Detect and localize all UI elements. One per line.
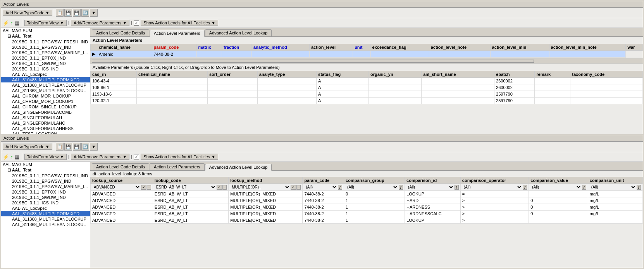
tree-child-3-top[interactable]: 2019BC_3.1.1_EPTOX_IND: [1, 55, 90, 61]
scrollbar-top[interactable]: [90, 58, 643, 63]
filter-select-param[interactable]: (All): [304, 185, 337, 190]
params-row-0-top[interactable]: ▶ Arsenic 7440-38-2: [91, 51, 643, 58]
tree-child-12-top[interactable]: AAL_CHROM_SINGLE_LOOKUP: [1, 104, 90, 110]
avail-row-1[interactable]: 108-86-1 A 2600002: [91, 84, 643, 91]
tree-child-0-top[interactable]: 2019BC_3.1.1_EPGWSW_FRESH_IND: [1, 39, 90, 45]
tree-child-1-bottom[interactable]: 2019BC_3.1.1_EPGWSW_IND: [1, 178, 90, 184]
toolbar-icon-4[interactable]: 🔄: [81, 9, 89, 17]
filter-btn-code-eq2[interactable]: =: [222, 185, 227, 190]
filter-comparison-id[interactable]: (All) ƒ: [405, 184, 461, 191]
arrow-icon-top[interactable]: ↑: [10, 20, 13, 26]
tree-child-0-bottom[interactable]: 2019BC_3.1.1_EPGWSW_FRESH_IND: [1, 173, 90, 178]
tree-child-14-top[interactable]: AAL_SINGLEFORMULAH: [1, 115, 90, 120]
add-remove-params-btn-bottom[interactable]: Add/Remove Parameters ▼: [71, 154, 129, 160]
arrow-icon-bottom[interactable]: ↑: [10, 154, 13, 160]
lookup-data-row-3[interactable]: ADVANCED ESRD_AB_W_LT MULTIPLE(OR)_MIXED…: [91, 211, 643, 217]
filter-param-code[interactable]: (All) ƒ: [303, 184, 344, 191]
tree-child-6-bottom[interactable]: AAL-WL_LocSpec: [1, 206, 90, 211]
filter-comparison-group[interactable]: (All) ƒ: [344, 184, 405, 191]
tree-child-4-bottom[interactable]: 2019BC_3.1.1_GWDW_IND: [1, 195, 90, 200]
filter-comparison-val[interactable]: (All) ƒ: [529, 184, 588, 191]
tree-child-15-top[interactable]: AAL_SINGLEFORMULAHC: [1, 120, 90, 126]
toolbar-icon-3[interactable]: 💾: [73, 9, 81, 17]
filter-lookup-source[interactable]: ADVANCED ✓ =: [91, 184, 153, 191]
tab-advanced-bottom[interactable]: Advanced Action Level Lookup: [205, 164, 272, 171]
toolbar-icon-2[interactable]: 💾: [64, 9, 72, 17]
lookup-data-row-1[interactable]: ADVANCED ESRD_AB_W_LT MULTIPLE(OR)_MIXED…: [91, 197, 643, 204]
checkbox-top[interactable]: ✓: [134, 20, 139, 26]
filter-select-code[interactable]: ESRD_AB_W_LT: [155, 185, 216, 190]
tree-child-9-bottom[interactable]: AAL_311368_MULTIPLEANDLOOKUP_1WAY: [1, 222, 90, 227]
show-action-levels-btn-top[interactable]: Show Action Levels for All Facilities ▼: [141, 20, 218, 26]
filter-btn-code-eq1[interactable]: ✓: [217, 185, 222, 190]
filter-btn-method-eq1[interactable]: ✓: [291, 185, 296, 190]
filter-btn-unit-fn[interactable]: ƒ: [637, 185, 641, 190]
lookup-data-row-2[interactable]: ADVANCED ESRD_AB_W_LT MULTIPLE(OR)_MIXED…: [91, 204, 643, 211]
tree-child-2-top[interactable]: 2019BC_3.1.1_EPGWSW_MARINE_IND: [1, 50, 90, 55]
filter-btn-ci-fn[interactable]: ƒ: [455, 185, 459, 190]
tree-child-3-bottom[interactable]: 2019BC_3.1.1_EPTOX_IND: [1, 189, 90, 195]
filter-comparison-op[interactable]: (All) ƒ: [460, 184, 529, 191]
tree-child-10-top[interactable]: AAL_CHROM_MOR_LOOKUP: [1, 93, 90, 99]
bottom-toolbar-icon-5[interactable]: ▼: [90, 143, 98, 151]
filter-btn-eq1[interactable]: ✓: [141, 185, 146, 190]
tree-child-5-top[interactable]: 2019BC_3.1.1_ICS_IND: [1, 66, 90, 72]
tree-item-aal-test-bottom[interactable]: ⊟ AAL_Test: [1, 167, 90, 173]
filter-select-cg[interactable]: (All): [346, 185, 398, 190]
bottom-toolbar-icon-2[interactable]: 💾: [64, 143, 72, 151]
bottom-toolbar-icon-3[interactable]: 💾: [73, 143, 81, 151]
add-remove-params-btn-top[interactable]: Add/Remove Parameters ▼: [71, 20, 129, 26]
filter-lookup-code[interactable]: ESRD_AB_W_LT ✓ =: [153, 184, 228, 191]
filter-btn-cg-fn[interactable]: ƒ: [399, 185, 403, 190]
filter-icon-bottom[interactable]: ⚡: [3, 154, 9, 160]
filter-lookup-method[interactable]: MULTIPLE(OR)_ ✓ =: [229, 184, 303, 191]
filter-btn-op-fn[interactable]: ƒ: [523, 185, 527, 190]
tree-item-mag-sum-bottom[interactable]: AAL MAG SUM: [1, 162, 90, 167]
tree-child-6-top[interactable]: AAL-WL_LocSpec: [1, 72, 90, 77]
filter-btn-val-fn[interactable]: ƒ: [582, 185, 586, 190]
grid-icon-bottom[interactable]: ▦: [15, 154, 19, 160]
avail-row-2[interactable]: 1193-18-6 A 2597790: [91, 91, 643, 98]
filter-select-val[interactable]: (All): [530, 185, 582, 190]
tree-child-4-top[interactable]: 2019BC_3.1.1_GWDW_IND: [1, 61, 90, 66]
tree-child-9-top[interactable]: AAL_311368_MULTIPLEANDLOOKUP_1WAY: [1, 88, 90, 93]
tree-child-7-bottom[interactable]: AAL_310483_MULTIPLEORMIXED: [1, 211, 90, 216]
tree-child-5-bottom[interactable]: 2019BC_3.1.1_ICS_IND: [1, 200, 90, 206]
tab-code-details-bottom[interactable]: Action Level Code Details: [92, 163, 149, 170]
tab-advanced-top[interactable]: Advanced Action Level Lookup: [205, 29, 272, 36]
filter-btn-method-eq2[interactable]: =: [296, 185, 301, 190]
show-action-levels-btn-bottom[interactable]: Show Action Levels for All Facilities ▼: [141, 154, 218, 160]
filter-select-unit[interactable]: (All): [590, 185, 636, 190]
tree-child-11-top[interactable]: AAL_CHROM_MOR_LOOKUP1: [1, 99, 90, 104]
bottom-toolbar-icon-1[interactable]: 📋: [56, 143, 64, 151]
tree-item-aal-test-top[interactable]: ⊟ AAL_Test: [1, 33, 90, 39]
toolbar-icon-5[interactable]: ▼: [90, 9, 98, 17]
tree-child-2-bottom[interactable]: 2019BC_3.1.1_EPGWSW_MARINE_IND: [1, 184, 90, 189]
tree-child-8-top[interactable]: AAL_311368_MULTIPLEANDLOOKUP: [1, 82, 90, 88]
tree-child-17-top[interactable]: AAL_TEST_LOCATION: [1, 131, 90, 134]
lookup-data-row-4[interactable]: ADVANCED ESRD_AB_W_LT MULTIPLE(OR)_MIXED…: [91, 217, 643, 224]
tab-parameters-top[interactable]: Action Level Parameters: [150, 30, 205, 37]
filter-comparison-unit[interactable]: (All) ƒ: [588, 184, 642, 191]
tab-parameters-bottom[interactable]: Action Level Parameters: [150, 163, 205, 170]
filter-btn-param-fn[interactable]: ƒ: [338, 185, 342, 190]
filter-btn-eq2[interactable]: =: [147, 185, 151, 190]
checkbox-bottom[interactable]: ✓: [134, 154, 139, 159]
tree-child-7-top[interactable]: AAL_310483_MULTIPLEORMIXED: [1, 77, 90, 82]
table-form-view-btn-top[interactable]: Table/Form View ▼: [24, 20, 67, 26]
tab-code-details-top[interactable]: Action Level Code Details: [92, 29, 149, 36]
avail-row-3[interactable]: 120-32-1 A 2597790: [91, 98, 643, 104]
avail-row-0[interactable]: 106-43-4 A 2600002: [91, 78, 643, 84]
tree-item-mag-sum-top[interactable]: AAL MAG SUM: [1, 28, 90, 33]
filter-icon-top[interactable]: ⚡: [3, 20, 9, 26]
hscroll-thumb-top[interactable]: [92, 60, 534, 63]
filter-select-ci[interactable]: (All): [406, 185, 454, 190]
bottom-toolbar-icon-4[interactable]: 🔄: [81, 143, 89, 151]
toolbar-icon-1[interactable]: 📋: [56, 9, 64, 17]
grid-icon-top[interactable]: ▦: [15, 20, 19, 26]
filter-select-source[interactable]: ADVANCED: [92, 185, 141, 190]
tree-child-8-bottom[interactable]: AAL_311368_MULTIPLEANDLOOKUP: [1, 216, 90, 222]
filter-select-method[interactable]: MULTIPLE(OR)_: [230, 185, 290, 190]
add-new-type-code-button-bottom[interactable]: Add New Type/Code ▼: [3, 144, 52, 150]
tree-child-16-top[interactable]: AAL_SINGLEFORMULAHNESS: [1, 126, 90, 131]
